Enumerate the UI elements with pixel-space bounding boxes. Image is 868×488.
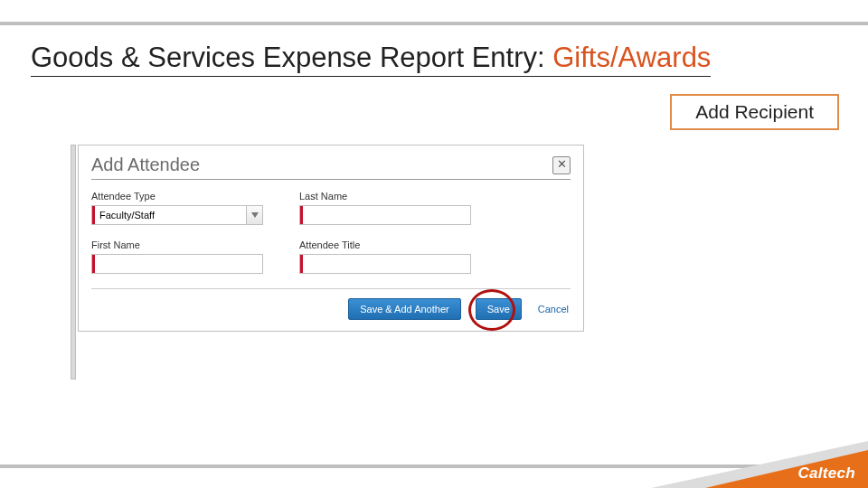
slide-title-plain: Goods & Services Expense Report Entry:	[31, 42, 552, 73]
slide-title: Goods & Services Expense Report Entry: G…	[31, 42, 711, 77]
caltech-logo: Caltech	[797, 465, 855, 483]
cancel-button[interactable]: Cancel	[536, 299, 571, 319]
required-marker	[92, 255, 95, 273]
attendee-type-label: Attendee Type	[91, 191, 263, 202]
save-button[interactable]: Save	[476, 298, 522, 320]
attendee-title-input[interactable]	[300, 255, 470, 273]
required-marker	[300, 255, 303, 273]
add-recipient-callout: Add Recipient	[670, 94, 839, 130]
callout-label: Add Recipient	[695, 101, 814, 122]
last-name-field: Last Name	[299, 191, 471, 225]
save-add-another-button[interactable]: Save & Add Another	[348, 298, 460, 320]
attendee-title-field: Attendee Title	[299, 239, 471, 274]
attendee-type-field: Attendee Type	[91, 191, 263, 225]
close-icon[interactable]: ✕	[552, 156, 571, 174]
attendee-title-label: Attendee Title	[299, 239, 471, 250]
first-name-label: First Name	[91, 239, 263, 250]
divider	[91, 179, 571, 180]
attendee-type-input[interactable]	[92, 206, 246, 224]
footer-accent: Caltech	[651, 441, 868, 488]
first-name-field: First Name	[91, 239, 263, 274]
slide-title-accent: Gifts/Awards	[552, 42, 711, 73]
dialog-title: Add Attendee	[91, 155, 200, 175]
last-name-input[interactable]	[300, 206, 470, 224]
last-name-label: Last Name	[299, 191, 471, 202]
dialog-scroll-track	[71, 145, 76, 380]
add-attendee-dialog: Add Attendee ✕ Attendee Type Last Name	[78, 145, 584, 332]
first-name-input[interactable]	[92, 255, 262, 273]
divider	[91, 288, 571, 289]
required-marker	[300, 206, 303, 224]
dialog-button-row: Save & Add Another Save Cancel	[91, 298, 571, 320]
chevron-down-icon[interactable]	[247, 205, 263, 225]
top-divider	[0, 22, 868, 25]
required-marker	[92, 206, 95, 224]
